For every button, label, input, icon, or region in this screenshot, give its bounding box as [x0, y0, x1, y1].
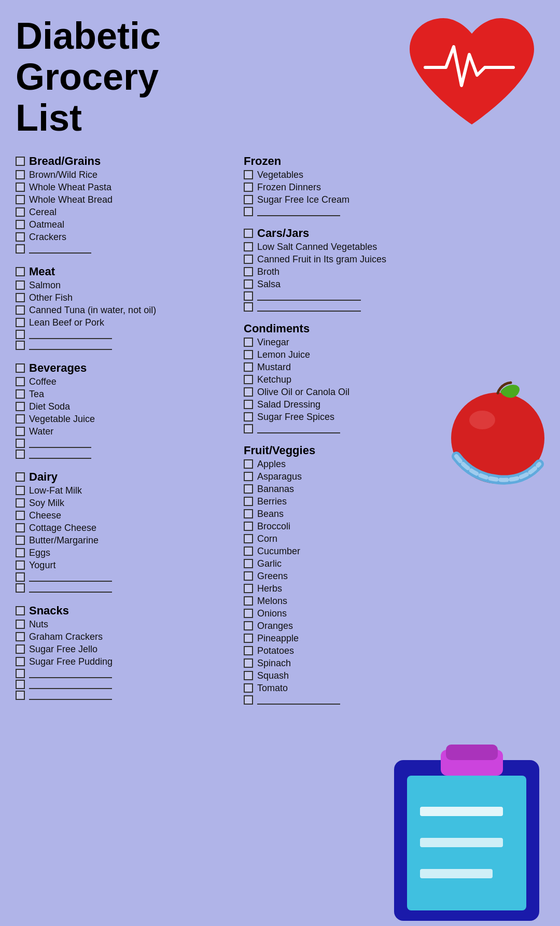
- cb-tomato[interactable]: [244, 683, 253, 693]
- cb-pineapple[interactable]: [244, 634, 253, 643]
- label-corn: Corn: [257, 534, 277, 544]
- label-tea: Tea: [29, 389, 44, 400]
- cb-blank-bev-1[interactable]: [16, 439, 25, 448]
- blank-cj-1: [244, 291, 544, 301]
- item-water: Water: [16, 426, 233, 437]
- cb-water[interactable]: [16, 427, 25, 436]
- cb-blank-fv-1[interactable]: [244, 695, 253, 705]
- cb-squash[interactable]: [244, 671, 253, 680]
- cb-broth[interactable]: [244, 267, 253, 276]
- cb-spinach[interactable]: [244, 658, 253, 668]
- item-soy-milk: Soy Milk: [16, 498, 233, 509]
- cb-other-fish[interactable]: [16, 293, 25, 302]
- cb-apples[interactable]: [244, 459, 253, 469]
- cb-tea[interactable]: [16, 389, 25, 399]
- cb-whole-wheat-pasta[interactable]: [16, 183, 25, 192]
- cb-blank-dairy-1[interactable]: [16, 572, 25, 582]
- cb-cottage-cheese[interactable]: [16, 523, 25, 532]
- checkbox-dairy[interactable]: [16, 472, 25, 482]
- checkbox-snacks[interactable]: [16, 606, 25, 615]
- frozen-title: Frozen: [244, 155, 281, 168]
- cb-onions[interactable]: [244, 609, 253, 618]
- cb-bananas[interactable]: [244, 484, 253, 494]
- cb-diet-soda[interactable]: [16, 402, 25, 411]
- checkbox-beverages[interactable]: [16, 363, 25, 373]
- item-corn: Corn: [244, 534, 544, 544]
- cb-cheese[interactable]: [16, 511, 25, 520]
- cb-sugar-free-ice-cream[interactable]: [244, 195, 253, 204]
- cb-blank-snacks-2[interactable]: [16, 680, 25, 689]
- item-greens: Greens: [244, 571, 544, 582]
- cb-eggs[interactable]: [16, 548, 25, 557]
- cb-sugar-free-jello[interactable]: [16, 644, 25, 654]
- cb-nuts[interactable]: [16, 620, 25, 629]
- cb-olive-oil[interactable]: [244, 387, 253, 397]
- cb-frozen-dinners[interactable]: [244, 183, 253, 192]
- cb-vinegar[interactable]: [244, 338, 253, 347]
- cb-blank-meat-1[interactable]: [16, 330, 25, 339]
- label-low-salt-canned-veg: Low Salt Canned Vegetables: [257, 242, 377, 252]
- cb-vegetables[interactable]: [244, 170, 253, 179]
- cb-sugar-free-spices[interactable]: [244, 412, 253, 422]
- cb-mustard[interactable]: [244, 362, 253, 372]
- cb-ketchup[interactable]: [244, 375, 253, 384]
- cb-asparagus[interactable]: [244, 472, 253, 481]
- cb-melons[interactable]: [244, 596, 253, 606]
- cb-vegetable-juice[interactable]: [16, 414, 25, 424]
- cb-blank-frozen-1[interactable]: [244, 207, 253, 216]
- cb-blank-bread-1[interactable]: [16, 244, 25, 254]
- cb-broccoli[interactable]: [244, 522, 253, 531]
- cb-herbs[interactable]: [244, 584, 253, 593]
- item-brown-rice: Brown/Wild Rice: [16, 170, 233, 180]
- cb-potatoes[interactable]: [244, 646, 253, 655]
- cb-coffee[interactable]: [16, 377, 25, 386]
- checkbox-meat[interactable]: [16, 267, 25, 276]
- cb-berries[interactable]: [244, 497, 253, 506]
- cb-blank-meat-2[interactable]: [16, 341, 25, 350]
- blank-bev-1: [16, 439, 233, 448]
- cb-blank-cj-2[interactable]: [244, 302, 253, 312]
- cb-crackers[interactable]: [16, 232, 25, 242]
- cb-canned-tuna[interactable]: [16, 305, 25, 315]
- cb-sugar-free-pudding[interactable]: [16, 657, 25, 666]
- cb-yogurt[interactable]: [16, 560, 25, 570]
- cb-salsa[interactable]: [244, 279, 253, 289]
- cb-salmon[interactable]: [16, 280, 25, 290]
- item-eggs: Eggs: [16, 548, 233, 558]
- cb-garlic[interactable]: [244, 559, 253, 568]
- cb-blank-cj-1[interactable]: [244, 291, 253, 301]
- cb-blank-dairy-2[interactable]: [16, 583, 25, 593]
- cb-blank-snacks-1[interactable]: [16, 669, 25, 678]
- cb-blank-bev-2[interactable]: [16, 450, 25, 459]
- cb-cereal[interactable]: [16, 207, 25, 217]
- cb-blank-cond-1[interactable]: [244, 424, 253, 433]
- cb-lemon-juice[interactable]: [244, 350, 253, 359]
- cb-blank-snacks-3[interactable]: [16, 691, 25, 700]
- cb-oatmeal[interactable]: [16, 220, 25, 229]
- cb-cucumber[interactable]: [244, 546, 253, 556]
- checkbox-cars-jars[interactable]: [244, 229, 253, 238]
- cb-brown-rice[interactable]: [16, 170, 25, 179]
- cb-salad-dressing[interactable]: [244, 400, 253, 409]
- checkbox-bread-grains[interactable]: [16, 157, 25, 166]
- cb-lowfat-milk[interactable]: [16, 486, 25, 495]
- label-herbs: Herbs: [257, 583, 282, 594]
- item-sugar-free-ice-cream: Sugar Free Ice Cream: [244, 194, 544, 205]
- item-melons: Melons: [244, 596, 544, 607]
- item-squash: Squash: [244, 670, 544, 681]
- cb-lean-beef[interactable]: [16, 318, 25, 327]
- label-graham-crackers: Graham Crackers: [29, 632, 103, 642]
- cb-butter[interactable]: [16, 536, 25, 545]
- cb-canned-fruit[interactable]: [244, 255, 253, 264]
- cb-low-salt-canned-veg[interactable]: [244, 242, 253, 251]
- cb-whole-wheat-bread[interactable]: [16, 195, 25, 204]
- cb-beans[interactable]: [244, 509, 253, 518]
- label-tomato: Tomato: [257, 683, 288, 694]
- cb-soy-milk[interactable]: [16, 498, 25, 508]
- cb-greens[interactable]: [244, 571, 253, 581]
- page-title: DiabeticGrocery List: [16, 16, 233, 139]
- bread-grains-title: Bread/Grains: [29, 155, 101, 168]
- cb-graham-crackers[interactable]: [16, 632, 25, 641]
- cb-corn[interactable]: [244, 534, 253, 543]
- cb-oranges[interactable]: [244, 621, 253, 630]
